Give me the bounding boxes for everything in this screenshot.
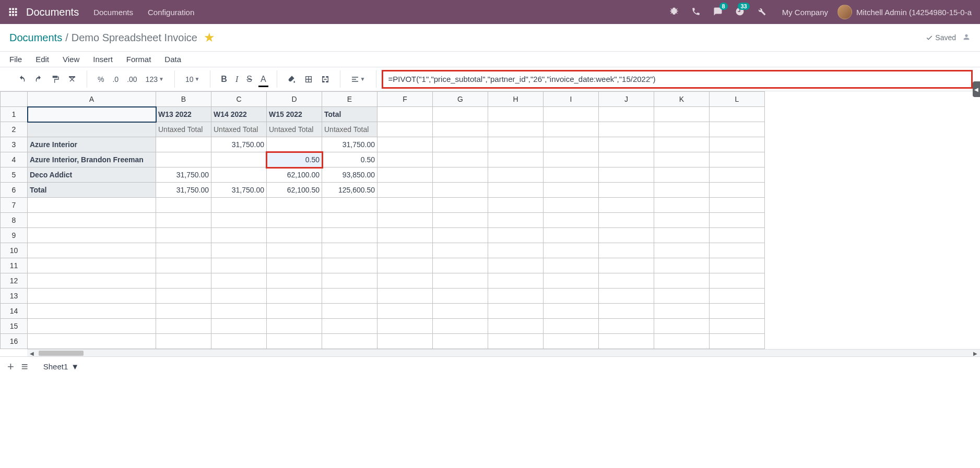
cell-L15[interactable] (710, 319, 765, 334)
cell-H9[interactable] (488, 228, 544, 243)
redo-button[interactable] (31, 73, 46, 86)
debug-icon[interactable] (669, 7, 679, 18)
company-selector[interactable]: My Company (782, 8, 828, 17)
cell-D14[interactable] (267, 304, 322, 319)
cell-A3[interactable]: Azure Interior (28, 137, 156, 152)
cell-L2[interactable] (710, 122, 765, 137)
cell-J11[interactable] (599, 258, 654, 273)
cell-D10[interactable] (267, 243, 322, 258)
cell-L9[interactable] (710, 228, 765, 243)
cell-D11[interactable] (267, 258, 322, 273)
cell-H10[interactable] (488, 243, 544, 258)
cell-B5[interactable]: 31,750.00 (156, 167, 211, 183)
cell-A16[interactable] (28, 334, 156, 349)
cell-L11[interactable] (710, 258, 765, 273)
strikethrough-button[interactable]: S (243, 73, 255, 86)
menu-view[interactable]: View (63, 55, 79, 64)
cell-C16[interactable] (211, 334, 267, 349)
cell-B13[interactable] (156, 289, 211, 304)
spreadsheet-grid[interactable]: A B C D E F G H I J K L 1 W13 2022 W14 2… (0, 91, 765, 349)
cell-D6[interactable]: 62,100.50 (267, 183, 322, 198)
breadcrumb-root[interactable]: Documents (9, 32, 62, 44)
cell-C12[interactable] (211, 273, 267, 289)
cell-G2[interactable] (433, 122, 488, 137)
cell-B16[interactable] (156, 334, 211, 349)
cell-B8[interactable] (156, 213, 211, 228)
formula-bar[interactable]: =PIVOT("1","price_subtotal","partner_id"… (382, 70, 973, 89)
cell-H13[interactable] (488, 289, 544, 304)
cell-G3[interactable] (433, 137, 488, 152)
nav-link-configuration[interactable]: Configuration (148, 8, 194, 17)
cell-J13[interactable] (599, 289, 654, 304)
cell-J15[interactable] (599, 319, 654, 334)
cell-E9[interactable] (322, 228, 377, 243)
cell-D13[interactable] (267, 289, 322, 304)
cell-C10[interactable] (211, 243, 267, 258)
cell-C1[interactable]: W14 2022 (211, 107, 267, 122)
row-header-9[interactable]: 9 (1, 228, 28, 243)
cell-K10[interactable] (654, 243, 710, 258)
row-header-14[interactable]: 14 (1, 304, 28, 319)
cell-D3[interactable] (267, 137, 322, 152)
cell-H6[interactable] (488, 183, 544, 198)
cell-I2[interactable] (544, 122, 599, 137)
cell-L4[interactable] (710, 152, 765, 167)
font-size-selector[interactable]: 10▼ (182, 73, 203, 86)
cell-G5[interactable] (433, 167, 488, 183)
cell-G10[interactable] (433, 243, 488, 258)
cell-I10[interactable] (544, 243, 599, 258)
share-user-icon[interactable] (962, 33, 971, 43)
cell-F4[interactable] (377, 152, 433, 167)
cell-G9[interactable] (433, 228, 488, 243)
cell-E5[interactable]: 93,850.00 (322, 167, 377, 183)
cell-E4[interactable]: 0.50 (322, 152, 377, 167)
cell-D16[interactable] (267, 334, 322, 349)
cell-K16[interactable] (654, 334, 710, 349)
col-header-B[interactable]: B (156, 92, 211, 107)
cell-J3[interactable] (599, 137, 654, 152)
cell-B6[interactable]: 31,750.00 (156, 183, 211, 198)
cell-C14[interactable] (211, 304, 267, 319)
cell-D9[interactable] (267, 228, 322, 243)
cell-B1[interactable]: W13 2022 (156, 107, 211, 122)
cell-C6[interactable]: 31,750.00 (211, 183, 267, 198)
cell-K9[interactable] (654, 228, 710, 243)
cell-G13[interactable] (433, 289, 488, 304)
cell-J2[interactable] (599, 122, 654, 137)
cell-I1[interactable] (544, 107, 599, 122)
cell-F3[interactable] (377, 137, 433, 152)
tools-icon[interactable] (757, 7, 766, 18)
paint-format-button[interactable] (48, 73, 63, 86)
cell-G15[interactable] (433, 319, 488, 334)
col-header-J[interactable]: J (599, 92, 654, 107)
cell-E3[interactable]: 31,750.00 (322, 137, 377, 152)
horizontal-scrollbar[interactable]: ◀ ▶ (27, 349, 980, 356)
cell-E8[interactable] (322, 213, 377, 228)
clear-format-button[interactable] (65, 73, 79, 86)
favorite-star-icon[interactable]: ★ (204, 30, 215, 45)
cell-F13[interactable] (377, 289, 433, 304)
borders-button[interactable] (301, 73, 316, 86)
add-sheet-button[interactable]: + (7, 360, 14, 374)
cell-F9[interactable] (377, 228, 433, 243)
percent-format-button[interactable]: % (95, 73, 107, 86)
cell-F16[interactable] (377, 334, 433, 349)
cell-J14[interactable] (599, 304, 654, 319)
col-header-K[interactable]: K (654, 92, 710, 107)
cell-F6[interactable] (377, 183, 433, 198)
cell-C15[interactable] (211, 319, 267, 334)
cell-L10[interactable] (710, 243, 765, 258)
cell-L12[interactable] (710, 273, 765, 289)
cell-C13[interactable] (211, 289, 267, 304)
cell-J5[interactable] (599, 167, 654, 183)
cell-A6[interactable]: Total (28, 183, 156, 198)
cell-H2[interactable] (488, 122, 544, 137)
cell-D7[interactable] (267, 198, 322, 213)
cell-A7[interactable] (28, 198, 156, 213)
col-header-D[interactable]: D (267, 92, 322, 107)
italic-button[interactable]: I (232, 73, 241, 86)
cell-B4[interactable] (156, 152, 211, 167)
cell-A10[interactable] (28, 243, 156, 258)
messages-icon[interactable]: 8 (713, 7, 723, 18)
horizontal-align-button[interactable]: ▼ (348, 73, 369, 86)
